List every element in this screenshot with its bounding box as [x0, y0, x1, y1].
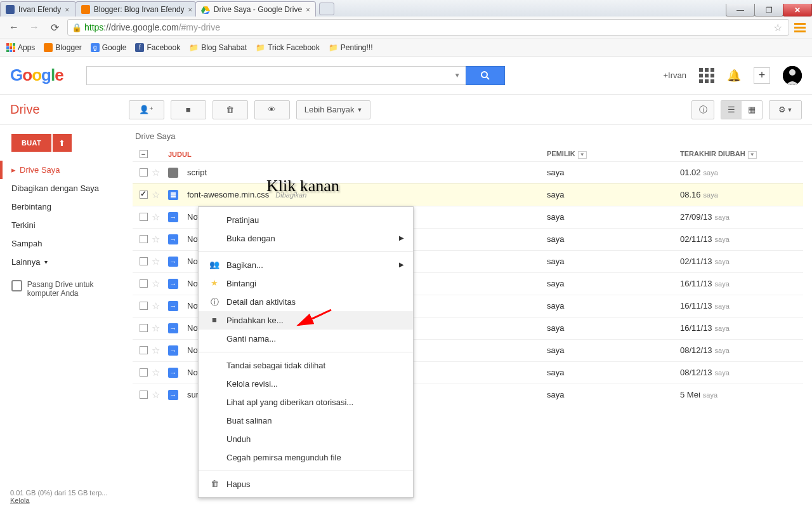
create-button[interactable]: BUAT: [11, 134, 51, 152]
upload-button[interactable]: ⬆: [53, 134, 72, 152]
star-icon[interactable]: ☆: [152, 367, 168, 378]
context-menu-item[interactable]: Cegah pemirsa mengunduh file: [199, 448, 413, 467]
bookmark-star-icon[interactable]: ☆: [771, 22, 785, 34]
bookmark-facebook[interactable]: fFacebook: [135, 43, 180, 52]
context-menu-item[interactable]: Buat salinan: [199, 411, 413, 430]
search-button[interactable]: [466, 66, 505, 85]
modified-by: saya: [715, 236, 730, 243]
file-modified: 16/11/13: [680, 301, 712, 311]
context-menu-item[interactable]: 👥Bagikan...▶: [199, 256, 413, 274]
row-checkbox[interactable]: [140, 302, 148, 310]
manage-storage-link[interactable]: Kelola: [10, 497, 30, 504]
menu-separator: [199, 352, 413, 352]
row-checkbox[interactable]: [140, 257, 148, 265]
user-avatar[interactable]: [783, 66, 802, 85]
column-modified[interactable]: TERAKHIR DIUBAH▼: [680, 150, 801, 159]
tab-drive[interactable]: Drive Saya - Google Drive ×: [195, 1, 316, 17]
reload-button[interactable]: ⟳: [47, 20, 62, 35]
maximize-button[interactable]: ❐: [754, 4, 783, 17]
chevron-down-icon[interactable]: ▼: [748, 151, 757, 159]
bookmark-folder[interactable]: 📁Penting!!!: [329, 43, 373, 52]
share-button[interactable]: 👤⁺: [129, 100, 164, 119]
context-menu-item[interactable]: Lihat apl yang diberikan otorisasi...: [199, 393, 413, 411]
list-view-button[interactable]: ☰: [721, 101, 742, 119]
delete-button[interactable]: 🗑: [213, 100, 248, 119]
context-menu-item[interactable]: Kelola revisi...: [199, 375, 413, 393]
bookmark-google[interactable]: gGoogle: [91, 43, 127, 52]
sidebar-item[interactable]: ▸Drive Saya: [0, 161, 124, 179]
more-button[interactable]: Lebih Banyak ▼: [296, 100, 371, 119]
context-menu-item[interactable]: 🗑Hapus: [199, 475, 413, 493]
sidebar-item[interactable]: Terkini: [0, 216, 124, 234]
tab-facebook[interactable]: Irvan Efendy ×: [0, 1, 76, 17]
row-checkbox[interactable]: [140, 279, 148, 288]
context-menu-item[interactable]: ★Bintangi: [199, 274, 413, 293]
star-icon[interactable]: ☆: [152, 167, 168, 178]
share-plus-button[interactable]: +: [754, 67, 770, 84]
chevron-down-icon[interactable]: ▼: [578, 151, 587, 159]
star-icon[interactable]: ☆: [152, 211, 168, 223]
close-icon[interactable]: ×: [188, 6, 192, 13]
table-row[interactable]: ☆ script saya 01.02saya: [133, 161, 803, 184]
apps-button[interactable]: Apps: [6, 43, 35, 52]
notifications-icon[interactable]: 🔔: [727, 69, 741, 83]
forward-button[interactable]: →: [27, 20, 42, 35]
tab-blogger[interactable]: Blogger: Blog Irvan Efendy ×: [75, 1, 196, 17]
star-icon[interactable]: ☆: [152, 234, 168, 245]
preview-button[interactable]: 👁: [254, 100, 290, 119]
context-menu-item[interactable]: Tandai sebagai tidak dilihat: [199, 356, 413, 375]
star-icon[interactable]: ☆: [152, 345, 168, 356]
install-drive-box[interactable]: Pasang Drive untuk komputer Anda: [11, 280, 112, 298]
star-icon[interactable]: ☆: [152, 323, 168, 334]
row-checkbox[interactable]: [140, 346, 148, 354]
close-icon[interactable]: ×: [65, 6, 69, 13]
row-checkbox[interactable]: [140, 391, 148, 399]
user-link[interactable]: +Irvan: [664, 70, 687, 80]
row-checkbox[interactable]: [140, 168, 148, 177]
close-icon[interactable]: ×: [306, 6, 310, 13]
star-icon[interactable]: ☆: [152, 300, 168, 312]
context-menu-item[interactable]: Pratinjau: [199, 211, 413, 229]
row-checkbox[interactable]: [140, 235, 148, 243]
drive-icon: [201, 5, 210, 14]
star-icon[interactable]: ☆: [152, 389, 168, 401]
row-checkbox[interactable]: [140, 368, 148, 377]
column-title[interactable]: JUDUL: [168, 150, 547, 158]
close-window-button[interactable]: ✕: [783, 4, 812, 17]
arrow-icon: [168, 301, 178, 311]
context-menu-item[interactable]: Buka dengan▶: [199, 229, 413, 248]
bookmark-blogger[interactable]: Blogger: [44, 43, 81, 52]
storage-info: 0.01 GB (0%) dari 15 GB terp... Kelola: [10, 489, 107, 504]
bookmark-folder[interactable]: 📁Blog Sahabat: [189, 43, 247, 52]
back-button[interactable]: ←: [6, 20, 22, 35]
grid-view-button[interactable]: ▦: [742, 101, 762, 119]
context-menu-item[interactable]: Unduh: [199, 430, 413, 448]
row-checkbox[interactable]: [140, 213, 148, 221]
sidebar-item[interactable]: Lainnya▾: [0, 253, 124, 271]
table-row[interactable]: ☆ font-awesome.min.css Dibagikan saya 08…: [133, 184, 803, 206]
apps-grid-icon[interactable]: [699, 68, 714, 83]
row-checkbox[interactable]: [140, 324, 148, 332]
search-input[interactable]: ▼: [86, 66, 466, 85]
move-button[interactable]: ■: [171, 100, 206, 119]
new-tab-button[interactable]: [319, 3, 334, 15]
chrome-menu-button[interactable]: [794, 23, 806, 32]
sidebar-item[interactable]: Dibagikan dengan Saya: [0, 179, 124, 197]
modified-by: saya: [704, 169, 718, 177]
column-owner[interactable]: PEMILIK▼: [547, 150, 680, 159]
star-icon[interactable]: ☆: [152, 256, 168, 267]
google-logo[interactable]: Google: [10, 65, 63, 85]
row-checkbox[interactable]: [140, 190, 148, 199]
sidebar-item[interactable]: Sampah: [0, 234, 124, 253]
star-icon[interactable]: ☆: [152, 189, 168, 201]
sidebar-item[interactable]: Berbintang: [0, 197, 124, 216]
dropdown-icon[interactable]: ▼: [454, 72, 461, 79]
address-bar[interactable]: 🔒 https://drive.google.com/#my-drive ☆: [67, 19, 789, 36]
star-icon[interactable]: ☆: [152, 278, 168, 290]
minimize-button[interactable]: —: [726, 4, 755, 17]
bookmark-folder[interactable]: 📁Trick Facebook: [256, 43, 320, 52]
info-button[interactable]: ⓘ: [691, 100, 714, 119]
file-owner: saya: [547, 323, 680, 333]
select-all-checkbox[interactable]: −: [140, 150, 148, 158]
settings-button[interactable]: ⚙ ▼: [769, 100, 802, 119]
